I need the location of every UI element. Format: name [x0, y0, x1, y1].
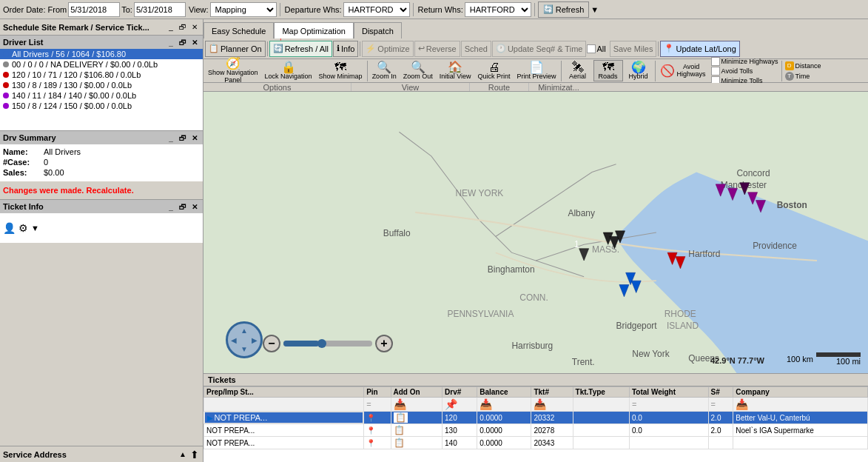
close-icon[interactable]: ✕	[189, 22, 200, 33]
ticket-addon: 📋	[391, 424, 443, 437]
col-prep[interactable]: Prep/Imp St...	[204, 387, 364, 398]
ticket-row[interactable]: NOT PREPA... 📍 📋 130 0.0000 20278 0.0 2.…	[204, 424, 868, 437]
col-addon[interactable]: Add On	[391, 387, 443, 398]
nav-down-arrow[interactable]: ▼	[240, 345, 248, 353]
update-lat-long-button[interactable]: 📍 Update Lat/Long	[660, 41, 739, 57]
ticket-pin: 📍	[364, 412, 391, 424]
driver-item[interactable]: 00 / 0 / 0 / NA DELIVERY / $0.00 / 0.0Lb	[0, 59, 203, 70]
summary-close-icon[interactable]: ✕	[189, 133, 200, 143]
nav-up-arrow[interactable]: ▲	[240, 327, 248, 335]
optimize-button[interactable]: ⚡ Optimize	[362, 41, 413, 57]
show-minimap-button[interactable]: 🗺 Show Minimap	[316, 60, 366, 82]
from-date-input[interactable]	[68, 2, 120, 17]
show-nav-panel-button[interactable]: 🧭 Show NavigationPanel	[205, 56, 261, 86]
hybrid-button[interactable]: 🌍 Hybrid	[624, 60, 653, 82]
dep-whs-select[interactable]: HARTFORD	[343, 2, 410, 17]
col-weight[interactable]: Total Weight	[629, 387, 708, 398]
ticket-row[interactable]: ▶ NOT PREPA... 📍 📋 120 0.0000 20332 0.0 …	[204, 412, 868, 424]
reverse-button[interactable]: ↩ Reverse	[414, 41, 460, 57]
col-company[interactable]: Company	[733, 387, 868, 398]
driver-item[interactable]: All Drivers / 56 / 1064 / $106.80	[0, 49, 203, 59]
minimize-highways-button[interactable]: Minimize Highways	[711, 57, 778, 66]
service-scroll-icon[interactable]: ⬆	[189, 449, 200, 460]
dropdown-arrow[interactable]: ▼	[591, 5, 599, 14]
tab-easy-schedule-label: Easy Schedule	[212, 27, 266, 36]
driver-item[interactable]: 140 / 11 / 184 / 140 / $0.00 / 0.0Lb	[0, 90, 203, 101]
avoid-tolls-button[interactable]: Avoid Tolls	[711, 67, 778, 76]
zoom-plus-button[interactable]: +	[375, 335, 393, 352]
driver-item[interactable]: 120 / 10 / 71 / 120 / $106.80 / 0.0Lb	[0, 70, 203, 80]
drv-summary-title: Drv Summary	[3, 133, 56, 142]
lock-navigation-button[interactable]: 🔒 Lock Navigation	[262, 60, 315, 82]
view-select[interactable]: Mapping	[210, 2, 277, 17]
summary-restore-icon[interactable]: 🗗	[178, 133, 188, 143]
svg-text:New York: New York	[632, 349, 669, 359]
tickets-table-wrap[interactable]: Prep/Imp St... Pin Add On Drv# Balance T…	[203, 386, 868, 462]
zoom-slider-thumb[interactable]	[317, 339, 326, 348]
ticket-drv: 120	[443, 412, 477, 424]
nav-right-arrow[interactable]: ▶	[252, 336, 258, 344]
print-preview-button[interactable]: 📄 Print Preview	[514, 60, 559, 82]
ret-whs-select[interactable]: HARTFORD	[465, 2, 531, 17]
ticket-minimize-icon[interactable]: _	[166, 201, 176, 212]
col-tkt[interactable]: Tkt#	[531, 387, 573, 398]
initial-view-button[interactable]: 🏠 Initial View	[437, 60, 474, 82]
ticket-s: 2.0	[708, 412, 733, 424]
time-button[interactable]: T Time	[785, 72, 821, 81]
driver-item[interactable]: 150 / 8 / 124 / 150 / $0.00 / 0.0Lb	[0, 101, 203, 111]
driver-close-icon[interactable]: ✕	[189, 37, 200, 47]
service-up-icon[interactable]: ▲	[178, 449, 188, 460]
zoom-in-button[interactable]: 🔍 Zoom In	[369, 60, 400, 82]
col-tkttype[interactable]: Tkt.Type	[573, 387, 629, 398]
zoom-slider-track[interactable]	[283, 341, 372, 346]
zoom-out-button[interactable]: 🔍 Zoom Out	[400, 60, 436, 82]
map-navigation[interactable]: ▲ ▼ ◀ ▶	[226, 321, 263, 358]
driver-minimize-icon[interactable]: _	[166, 37, 176, 47]
filter-prep[interactable]	[206, 401, 361, 409]
col-s[interactable]: S#	[708, 387, 733, 398]
ticket-drv: 140	[443, 437, 477, 449]
driver-item[interactable]: 130 / 8 / 189 / 130 / $0.00 / 0.0Lb	[0, 80, 203, 90]
refresh-button[interactable]: 🔄 Refresh	[538, 1, 590, 18]
info-button[interactable]: ℹ Info	[333, 41, 358, 57]
ticket-down-icon[interactable]: ▼	[31, 224, 39, 232]
aerial-button[interactable]: 🛰 Aerial	[563, 60, 593, 82]
sched-button[interactable]: Sched	[461, 41, 491, 57]
update-seq-time-button[interactable]: 🕐 Update Seq# & Time	[492, 41, 587, 57]
tab-map-optimization[interactable]: Map Optimization	[274, 22, 354, 38]
reverse-label: Reverse	[426, 44, 457, 53]
tab-dispatch[interactable]: Dispatch	[354, 22, 402, 38]
quick-print-button[interactable]: 🖨 Quick Print	[475, 60, 514, 82]
zoom-minus-button[interactable]: −	[263, 335, 280, 352]
svg-text:PENNSYLVANIA: PENNSYLVANIA	[448, 309, 514, 319]
col-balance[interactable]: Balance	[477, 387, 531, 398]
all-checkbox[interactable]	[587, 44, 596, 53]
summary-minimize-icon[interactable]: _	[166, 133, 176, 143]
distance-button[interactable]: D Distance	[785, 61, 821, 70]
restore-icon[interactable]: 🗗	[178, 22, 188, 33]
ticket-row[interactable]: NOT PREPA... 📍 📋 140 0.0000 20343	[204, 437, 868, 449]
planner-on-button[interactable]: 📋 Planner On	[205, 41, 266, 57]
refresh-all-button[interactable]: 🔄 Refresh / All ↑	[269, 41, 332, 57]
ticket-close-icon[interactable]: ✕	[189, 201, 200, 212]
to-date-input[interactable]	[134, 2, 186, 17]
roads-button[interactable]: 🗺 Roads	[593, 60, 623, 82]
ticket-restore-icon[interactable]: 🗗	[178, 201, 188, 212]
svg-text:NEW YORK: NEW YORK	[455, 188, 503, 198]
hybrid-label: Hybrid	[629, 73, 648, 81]
ticket-settings-icon[interactable]: ⚙	[18, 222, 28, 234]
minimize-icon[interactable]: _	[166, 22, 176, 33]
svg-text:Albany: Albany	[568, 208, 595, 218]
driver-restore-icon[interactable]: 🗗	[178, 37, 188, 47]
col-drv[interactable]: Drv#	[443, 387, 477, 398]
map-container[interactable]: NEW YORK MASS. CONN. PENNSYLVANIA RHODE …	[203, 92, 868, 373]
tab-easy-schedule[interactable]: Easy Schedule	[203, 22, 274, 38]
save-miles-button[interactable]: Save Miles	[610, 41, 657, 57]
nav-left-arrow[interactable]: ◀	[231, 336, 237, 344]
drv-case-row: #Case: 0	[3, 158, 200, 167]
col-pin[interactable]: Pin	[364, 387, 391, 398]
avoid-highways-button[interactable]: 🚫 AvoidHighways	[657, 61, 709, 81]
tickets-panel: Tickets Prep/Imp St... Pin Add On Drv# B…	[203, 373, 868, 462]
ticket-prep: ▶ NOT PREPA...	[204, 412, 364, 424]
nav-panel-label: Show NavigationPanel	[208, 70, 258, 84]
